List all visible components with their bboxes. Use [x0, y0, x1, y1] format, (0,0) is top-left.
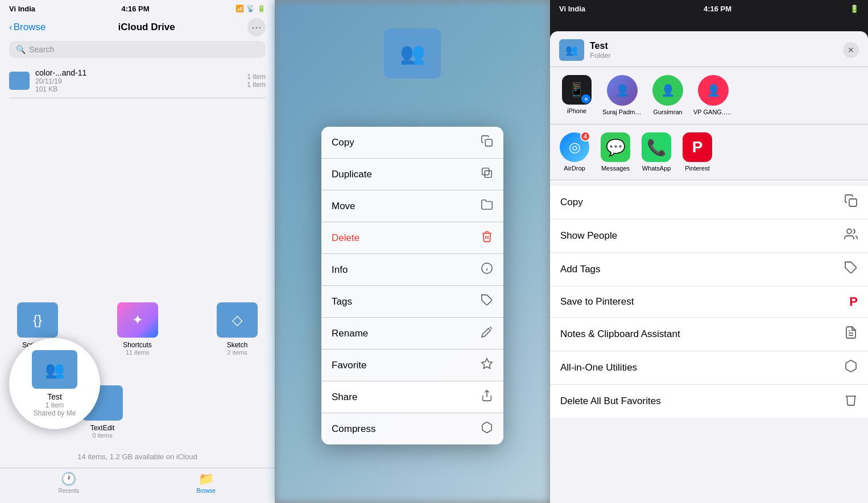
action-save-pinterest[interactable]: Save to Pinterest P — [550, 286, 868, 318]
battery-icon-1: 🔋 — [257, 5, 266, 13]
more-button[interactable]: ⋯ — [247, 18, 266, 36]
airdrop-app-icon: ◎ 4 — [560, 132, 589, 162]
share-folder-people-icon: 👥 — [565, 44, 578, 56]
vp-avatar: 👤 — [698, 75, 729, 106]
shortcuts-sub: 11 items — [126, 349, 150, 356]
share-title-area: Test Folder — [590, 41, 611, 60]
close-button[interactable]: ✕ — [843, 42, 859, 58]
action-all-in-one-label: All-in-One Utilities — [560, 362, 637, 373]
scriptable-icon: {} — [17, 302, 58, 338]
favorite-icon — [481, 357, 493, 373]
svg-marker-8 — [482, 359, 492, 368]
sketch-icon: ◇ — [217, 302, 258, 338]
action-copy-icon — [844, 194, 858, 211]
contact-gursimran[interactable]: 👤 Gursimran — [648, 75, 688, 116]
whatsapp-app-name: WhatsApp — [642, 165, 671, 172]
test-folder-highlight[interactable]: 👥 Test 1 item Shared by Me — [9, 338, 100, 429]
menu-copy[interactable]: Copy — [321, 127, 503, 159]
app-messages[interactable]: 💬 Messages — [598, 132, 633, 172]
duplicate-icon — [481, 167, 493, 182]
list-item[interactable]: color-...and-11 20/11/19 101 KB 1 item 1… — [9, 64, 266, 98]
delete-icon — [481, 230, 493, 246]
messages-app-name: Messages — [601, 165, 630, 172]
menu-share[interactable]: Share — [321, 381, 503, 413]
list-item-meta: 1 item 1 item — [247, 73, 266, 89]
action-copy-label: Copy — [560, 197, 583, 208]
search-bar[interactable]: 🔍 Search — [9, 41, 266, 58]
action-copy[interactable]: Copy — [550, 186, 868, 219]
contact-vp[interactable]: 👤 VP GANG...🌸... — [693, 75, 733, 116]
more-icon: ⋯ — [251, 21, 262, 34]
svg-rect-2 — [485, 171, 491, 177]
action-add-tags-label: Add Tags — [560, 264, 601, 275]
action-add-tags[interactable]: Add Tags — [550, 253, 868, 286]
folder-sketch[interactable]: ◇ Sketch 2 items — [209, 302, 266, 356]
contact-iphone-name: iPhone — [567, 107, 586, 114]
share-subtitle: Folder — [590, 51, 611, 60]
back-button[interactable]: ‹ Browse — [9, 22, 46, 33]
textedit-name: TextEdit — [90, 424, 115, 432]
menu-duplicate[interactable]: Duplicate — [321, 159, 503, 190]
action-show-people[interactable]: Show People — [550, 219, 868, 253]
list-item-count2: 1 item — [247, 81, 266, 89]
tags-label: Tags — [332, 296, 352, 307]
duplicate-label: Duplicate — [332, 169, 372, 180]
panel-share-sheet: Vi India 4:16 PM 🔋 👥 Test Folder ✕ 📱 — [550, 0, 868, 503]
context-folder-preview: 👥 — [384, 28, 441, 78]
app-whatsapp[interactable]: 📞 WhatsApp — [639, 132, 674, 172]
contact-iphone[interactable]: 📱 ⊕ iPhone — [557, 75, 597, 116]
carrier-3: Vi India — [559, 5, 585, 13]
app-pinterest[interactable]: P Pinterest — [680, 132, 715, 172]
status-bar-3: Vi India 4:16 PM 🔋 — [550, 0, 868, 16]
action-notes-label: Notes & Clipboard Assistant — [560, 329, 680, 340]
battery-icons-1: 📶 📡 🔋 — [235, 5, 266, 13]
airdrop-app-name: AirDrop — [564, 165, 585, 172]
suraj-avatar: 👤 — [607, 75, 638, 106]
folder-shortcuts[interactable]: ✦ Shortcuts 11 items — [109, 302, 166, 356]
action-save-pinterest-icon: P — [849, 294, 858, 309]
share-header: 👥 Test Folder ✕ — [550, 31, 868, 67]
recents-label: Recents — [58, 488, 79, 494]
svg-rect-10 — [849, 199, 857, 206]
app-airdrop[interactable]: ◎ 4 AirDrop — [557, 132, 592, 172]
contact-suraj[interactable]: 👤 Suraj Padmasali ig... — [602, 75, 642, 116]
menu-rename[interactable]: Rename — [321, 318, 503, 350]
list-item-size: 101 KB — [35, 85, 247, 93]
messages-symbol: 💬 — [606, 138, 626, 157]
tags-icon — [481, 294, 493, 309]
apps-row: ◎ 4 AirDrop 💬 Messages 📞 WhatsApp — [550, 124, 868, 180]
contact-suraj-name: Suraj Padmasali ig... — [602, 109, 642, 115]
list-item-count1: 1 item — [247, 73, 266, 81]
action-notes-clipboard[interactable]: Notes & Clipboard Assistant — [550, 318, 868, 351]
pinterest-app-name: Pinterest — [685, 165, 709, 172]
move-label: Move — [332, 201, 356, 212]
status-bar-1: Vi India 4:16 PM 📶 📡 🔋 — [0, 0, 275, 16]
whatsapp-icon-bg: 📞 — [642, 132, 671, 162]
copy-label: Copy — [332, 137, 354, 148]
action-delete-favorites[interactable]: Delete All But Favorites — [550, 385, 868, 418]
action-notes-text: Notes & Clipboard Assistant — [560, 329, 680, 339]
menu-tags[interactable]: Tags — [321, 286, 503, 318]
action-delete-favorites-label: Delete All But Favorites — [560, 396, 661, 407]
menu-delete[interactable]: Delete — [321, 222, 503, 254]
menu-compress[interactable]: Compress — [321, 413, 503, 444]
menu-favorite[interactable]: Favorite — [321, 350, 503, 381]
rename-icon — [481, 326, 493, 341]
folder-list: color-...and-11 20/11/19 101 KB 1 item 1… — [0, 64, 275, 296]
search-icon: 🔍 — [16, 45, 26, 54]
menu-move[interactable]: Move — [321, 190, 503, 222]
action-all-in-one[interactable]: All-in-One Utilities — [550, 351, 868, 385]
share-title: Test — [590, 41, 611, 51]
chevron-left-icon: ‹ — [9, 22, 13, 33]
airdrop-badge: ⊕ — [581, 94, 590, 103]
tab-recents[interactable]: 🕐 Recents — [0, 472, 138, 494]
tab-browse[interactable]: 📁 Browse — [138, 472, 275, 494]
sketch-name: Sketch — [227, 341, 248, 349]
test-folder-sub: 1 item — [46, 401, 64, 409]
action-show-people-label: Show People — [560, 230, 617, 242]
storage-info: 14 items, 1.2 GB available on iCloud — [0, 446, 275, 468]
test-folder-shared: Shared by Me — [34, 409, 76, 417]
menu-info[interactable]: Info — [321, 254, 503, 286]
pinterest-symbol: P — [692, 138, 703, 156]
battery-3: 🔋 — [850, 5, 859, 13]
